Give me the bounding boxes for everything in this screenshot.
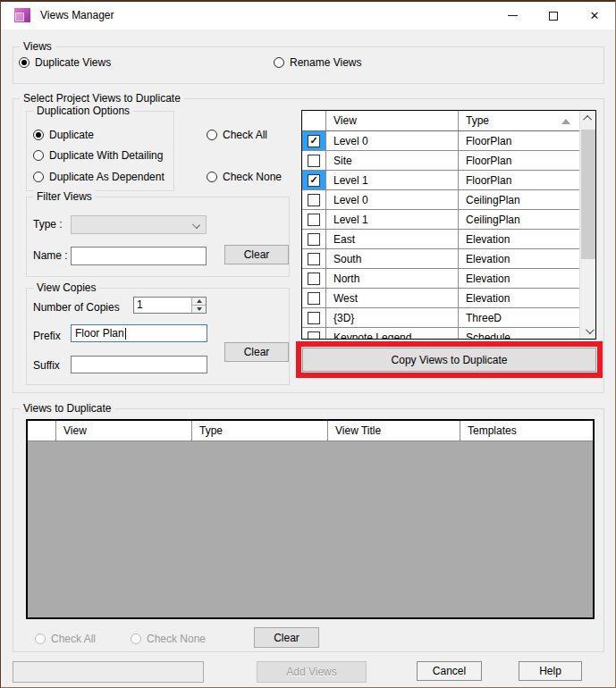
add-views-button[interactable]: Add Views: [257, 661, 367, 683]
checkbox-icon[interactable]: [308, 331, 320, 340]
radio-duplicate-as-dependent[interactable]: Duplicate As Dependent: [33, 171, 165, 183]
templates-column-header[interactable]: Templates: [460, 421, 593, 440]
close-button[interactable]: ✕: [574, 2, 615, 29]
prefix-label: Prefix: [33, 330, 61, 342]
row-checkbox-cell[interactable]: [302, 151, 326, 170]
column-header-label: Type: [466, 114, 489, 127]
type-cell[interactable]: Elevation: [459, 289, 579, 307]
radio-check-all-bottom[interactable]: Check All: [35, 633, 96, 645]
view-cell[interactable]: North: [326, 269, 459, 288]
suffix-input[interactable]: [71, 356, 207, 373]
row-checkbox-cell[interactable]: [302, 308, 326, 327]
radio-label: Duplicate With Detailing: [49, 149, 163, 162]
copy-views-to-duplicate-button[interactable]: Copy Views to Duplicate: [302, 348, 596, 372]
type-cell[interactable]: CeilingPlan: [459, 210, 579, 229]
view-column-header[interactable]: View: [326, 111, 459, 130]
view-cell[interactable]: Level 1: [326, 210, 459, 229]
view-cell[interactable]: {3D}: [326, 308, 459, 327]
type-cell[interactable]: Elevation: [459, 269, 579, 288]
table-row[interactable]: WestElevation: [302, 289, 579, 308]
table-row[interactable]: {3D}ThreeD: [302, 308, 579, 328]
checkbox-checked-icon[interactable]: ✓: [308, 174, 320, 187]
row-checkbox-cell[interactable]: [302, 230, 326, 248]
view-cell[interactable]: West: [326, 289, 459, 307]
view-column-header[interactable]: View: [56, 421, 192, 440]
prefix-input[interactable]: Floor Plan: [71, 324, 207, 342]
table-row[interactable]: ✓Level 0FloorPlan: [302, 131, 579, 151]
type-cell[interactable]: Elevation: [459, 230, 579, 248]
minimize-button[interactable]: [492, 2, 533, 29]
select-grid-body: ✓Level 0FloorPlanSiteFloorPlan✓Level 1Fl…: [302, 131, 579, 340]
stepper-down-button[interactable]: [192, 305, 206, 313]
checkbox-icon[interactable]: [308, 214, 320, 226]
radio-duplicate-with-detailing[interactable]: Duplicate With Detailing: [33, 149, 163, 162]
row-checkbox-cell[interactable]: ✓: [302, 131, 326, 150]
type-cell[interactable]: FloorPlan: [459, 171, 579, 189]
view-cell[interactable]: Level 0: [326, 190, 459, 209]
row-checkbox-cell[interactable]: [302, 269, 326, 288]
radio-duplicate[interactable]: Duplicate: [33, 129, 94, 141]
checkbox-icon[interactable]: [308, 155, 320, 167]
table-row[interactable]: Level 0CeilingPlan: [302, 190, 579, 210]
copies-clear-button[interactable]: Clear: [224, 342, 289, 362]
table-row[interactable]: Keynote LegendSchedule: [302, 328, 579, 340]
view-title-column-header[interactable]: View Title: [328, 421, 460, 440]
view-cell[interactable]: Site: [326, 151, 459, 170]
checkbox-icon[interactable]: [308, 273, 320, 285]
type-cell[interactable]: Schedule: [459, 328, 579, 340]
scrollbar-thumb[interactable]: [581, 130, 595, 259]
type-cell[interactable]: Elevation: [459, 249, 579, 268]
checkbox-icon[interactable]: [308, 312, 320, 324]
checkbox-checked-icon[interactable]: ✓: [308, 135, 320, 147]
table-row[interactable]: ✓Level 1FloorPlan: [302, 171, 579, 190]
type-cell[interactable]: CeilingPlan: [459, 190, 579, 209]
row-checkbox-cell[interactable]: [302, 210, 326, 229]
row-checkbox-cell[interactable]: [302, 190, 326, 209]
scroll-up-button[interactable]: [580, 111, 596, 126]
type-column-header[interactable]: Type: [192, 421, 328, 440]
checkbox-icon[interactable]: [308, 233, 320, 246]
row-checkbox-cell[interactable]: ✓: [302, 171, 326, 189]
radio-check-all[interactable]: Check All: [207, 129, 267, 141]
table-row[interactable]: Level 1CeilingPlan: [302, 210, 579, 230]
arrow-up-icon: [197, 299, 202, 303]
filter-clear-button[interactable]: Clear: [224, 245, 289, 264]
stepper-up-button[interactable]: [192, 298, 206, 305]
radio-duplicate-views[interactable]: Duplicate Views: [19, 56, 111, 69]
cancel-button[interactable]: Cancel: [417, 661, 482, 681]
type-dropdown[interactable]: [71, 215, 207, 234]
view-cell[interactable]: Level 0: [326, 131, 459, 150]
checkbox-icon[interactable]: [308, 292, 320, 305]
table-row[interactable]: NorthElevation: [302, 269, 579, 289]
row-checkbox-cell[interactable]: [302, 249, 326, 268]
radio-check-none[interactable]: Check None: [207, 171, 282, 183]
view-cell[interactable]: East: [326, 230, 459, 248]
type-column-header[interactable]: Type: [459, 111, 579, 130]
radio-icon: [33, 150, 44, 161]
row-checkbox-cell[interactable]: [302, 328, 326, 340]
radio-check-none-bottom[interactable]: Check None: [131, 633, 206, 645]
type-cell[interactable]: FloorPlan: [459, 131, 579, 150]
row-checkbox-cell[interactable]: [302, 289, 326, 307]
checkbox-icon[interactable]: [308, 194, 320, 206]
view-cell[interactable]: South: [326, 249, 459, 268]
number-of-copies-stepper[interactable]: 1: [133, 297, 207, 314]
name-input[interactable]: [71, 247, 207, 265]
view-cell[interactable]: Level 1: [326, 171, 459, 189]
type-cell[interactable]: ThreeD: [459, 308, 579, 327]
view-cell[interactable]: Keynote Legend: [326, 328, 459, 340]
type-cell[interactable]: FloorPlan: [459, 151, 579, 170]
table-row[interactable]: SouthElevation: [302, 249, 579, 269]
table-row[interactable]: SiteFloorPlan: [302, 151, 579, 171]
help-button[interactable]: Help: [519, 661, 582, 681]
radio-rename-views[interactable]: Rename Views: [274, 56, 361, 69]
checkbox-column-header[interactable]: [302, 111, 326, 130]
checkbox-column-header[interactable]: [28, 421, 56, 440]
checkbox-icon[interactable]: [308, 253, 320, 265]
footer-textbox[interactable]: [13, 661, 204, 683]
bottom-clear-button[interactable]: Clear: [254, 627, 319, 648]
grid-scrollbar[interactable]: [579, 111, 595, 339]
maximize-button[interactable]: [533, 2, 574, 29]
table-row[interactable]: EastElevation: [302, 230, 579, 249]
scroll-down-button[interactable]: [580, 323, 596, 339]
